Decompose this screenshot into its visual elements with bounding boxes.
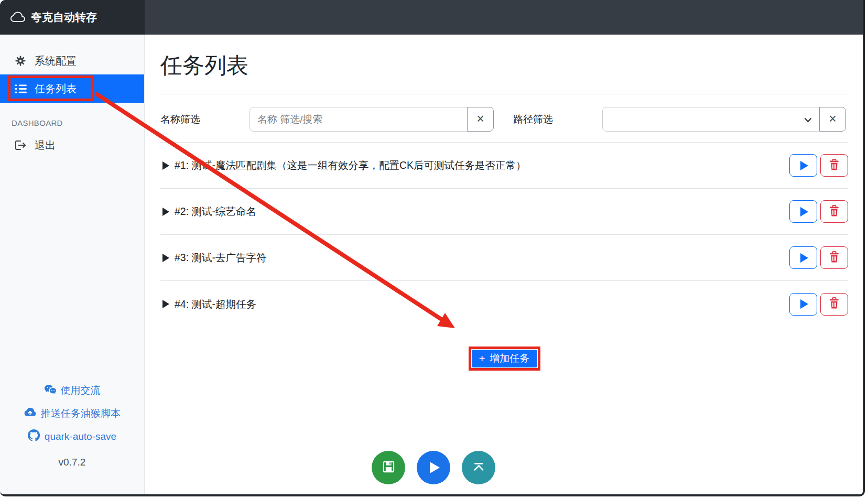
play-icon bbox=[800, 253, 808, 263]
task-list: #1: 测试-魔法匹配剧集（这是一组有效分享，配置CK后可测试任务是否正常） bbox=[160, 142, 848, 327]
play-icon bbox=[430, 462, 440, 473]
caret-right-icon[interactable] bbox=[162, 208, 169, 216]
link-label: 推送任务油猴脚本 bbox=[41, 407, 121, 420]
filter-row: 名称筛选 × 路径筛选 × bbox=[160, 107, 848, 132]
task-title: #4: 测试-超期任务 bbox=[175, 297, 256, 311]
page-title: 任务列表 bbox=[160, 52, 848, 79]
name-filter-clear-button[interactable]: × bbox=[467, 107, 494, 132]
floppy-icon bbox=[382, 460, 396, 475]
link-label: quark-auto-save bbox=[45, 431, 116, 442]
sidebar-item-label: 退出 bbox=[35, 138, 56, 153]
run-task-button[interactable] bbox=[789, 293, 817, 316]
sidebar-item-label: 系统配置 bbox=[35, 54, 77, 68]
scroll-top-icon bbox=[472, 461, 486, 475]
caret-right-icon[interactable] bbox=[162, 254, 169, 262]
run-all-fab-button[interactable] bbox=[417, 451, 450, 484]
scroll-top-fab-button[interactable] bbox=[462, 451, 495, 484]
link-community[interactable]: 使用交流 bbox=[44, 384, 101, 397]
add-task-button[interactable]: + 增加任务 bbox=[472, 350, 537, 367]
play-icon bbox=[800, 299, 808, 309]
trash-icon bbox=[828, 204, 840, 219]
play-icon bbox=[800, 161, 808, 170]
sidebar-section-label: DASHBOARD bbox=[12, 118, 144, 127]
app-window: 夸克自动转存 bbox=[0, 0, 865, 496]
list-icon bbox=[14, 84, 27, 94]
plus-icon: + bbox=[479, 353, 485, 364]
topbar: 夸克自动转存 bbox=[0, 0, 863, 35]
gear-icon bbox=[14, 55, 27, 67]
delete-task-button[interactable] bbox=[820, 293, 848, 316]
task-row[interactable]: #1: 测试-魔法匹配剧集（这是一组有效分享，配置CK后可测试任务是否正常） bbox=[160, 143, 848, 189]
main-content: 任务列表 名称筛选 × 路径筛选 × bbox=[145, 35, 863, 494]
task-row[interactable]: #4: 测试-超期任务 bbox=[160, 281, 848, 327]
sidebar-item-task-list[interactable]: 任务列表 bbox=[0, 74, 144, 103]
sidebar-item-system-config[interactable]: 系统配置 bbox=[0, 47, 144, 74]
link-github[interactable]: quark-auto-save bbox=[28, 430, 116, 443]
annotation-box-add-task: + 增加任务 bbox=[469, 347, 540, 371]
task-title: #3: 测试-去广告字符 bbox=[175, 251, 267, 265]
run-task-button[interactable] bbox=[789, 200, 817, 223]
task-title: #1: 测试-魔法匹配剧集（这是一组有效分享，配置CK后可测试任务是否正常） bbox=[175, 158, 526, 172]
sidebar-item-label: 任务列表 bbox=[35, 82, 77, 96]
caret-right-icon[interactable] bbox=[162, 161, 169, 170]
delete-task-button[interactable] bbox=[820, 200, 848, 223]
link-userscript[interactable]: 推送任务油猴脚本 bbox=[24, 407, 121, 420]
floating-action-buttons bbox=[372, 451, 495, 484]
caret-right-icon[interactable] bbox=[162, 300, 169, 308]
name-filter-label: 名称筛选 bbox=[160, 113, 249, 126]
path-filter-select[interactable] bbox=[602, 107, 820, 132]
play-icon bbox=[800, 207, 808, 216]
path-filter-clear-button[interactable]: × bbox=[819, 107, 846, 132]
cloud-upload-icon bbox=[24, 407, 37, 420]
task-row[interactable]: #2: 测试-综艺命名 bbox=[160, 189, 848, 235]
app-brand: 夸克自动转存 bbox=[0, 0, 145, 35]
version-text: v0.7.2 bbox=[59, 457, 86, 468]
trash-icon bbox=[828, 158, 840, 173]
task-row[interactable]: #3: 测试-去广告字符 bbox=[160, 235, 848, 281]
delete-task-button[interactable] bbox=[820, 154, 848, 177]
sidebar: 系统配置 任务列表 DASHBOARD bbox=[0, 35, 145, 494]
path-filter-label: 路径筛选 bbox=[513, 113, 602, 126]
sidebar-item-logout[interactable]: 退出 bbox=[0, 132, 144, 159]
delete-task-button[interactable] bbox=[820, 246, 848, 269]
divider bbox=[160, 94, 848, 94]
task-title: #2: 测试-综艺命名 bbox=[175, 204, 256, 219]
link-label: 使用交流 bbox=[61, 384, 101, 397]
run-task-button[interactable] bbox=[789, 154, 817, 177]
trash-icon bbox=[828, 251, 840, 265]
trash-icon bbox=[828, 297, 840, 311]
logout-icon bbox=[14, 139, 27, 151]
cloud-icon bbox=[10, 10, 25, 25]
run-task-button[interactable] bbox=[789, 246, 817, 269]
save-all-fab-button[interactable] bbox=[372, 451, 405, 484]
chevron-down-icon bbox=[804, 114, 812, 125]
wechat-icon bbox=[44, 384, 57, 397]
app-title: 夸克自动转存 bbox=[31, 10, 97, 25]
name-filter-input[interactable] bbox=[249, 107, 468, 132]
add-task-label: 增加任务 bbox=[490, 352, 529, 365]
sidebar-footer: 使用交流 推送任务油猴脚本 bbox=[0, 384, 144, 468]
github-icon bbox=[28, 429, 40, 445]
